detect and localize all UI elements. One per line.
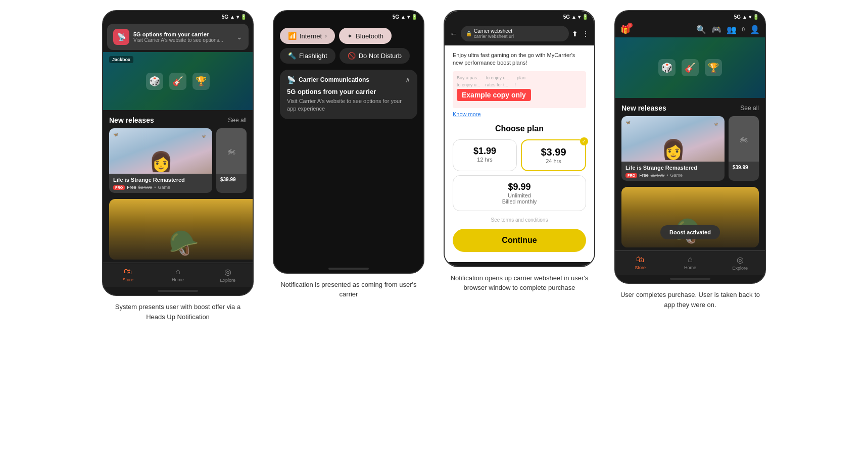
moto-price-1: $39.99: [220, 177, 243, 182]
explore-icon-1: ◎: [224, 267, 231, 277]
nav-store-4[interactable]: 🛍 Store: [615, 251, 665, 275]
top-bar-4: 🎁 ! 🔍 🎮 👥 0 👤: [615, 22, 765, 37]
hero-elements-1: 🎲 🎸 🏆: [103, 52, 253, 110]
people-icon-4[interactable]: 👥: [727, 25, 737, 34]
plan-card-399-3[interactable]: ✓ $3.99 24 hrs: [521, 139, 586, 171]
notif-expand-2[interactable]: ∧: [405, 76, 410, 84]
life-is-strange-card-1[interactable]: 🦋 🦋 👩 Life is Strange Remastered PRO Fre…: [109, 128, 212, 193]
unlimited-sublabel-3: Billed monthly: [457, 198, 582, 205]
checkmark-399-3: ✓: [580, 137, 588, 145]
status-bar-4: 5G ▲ ▾ 🔋: [615, 11, 765, 22]
life-is-strange-card-4[interactable]: 🦋 🦋 👩 Life is Strange Remastered PRO Fre…: [621, 116, 725, 181]
soldier-section-4: 🪖 Boost activated: [621, 187, 759, 247]
signal-text-1: 5G: [222, 14, 228, 20]
internet-arrow-2: ›: [325, 32, 327, 39]
notif-card-header-2: 📡 Carrier Communications ∧: [287, 76, 410, 84]
bottom-bar-3: [445, 262, 594, 266]
flashlight-toggle-2[interactable]: 🔦 Flashlight: [280, 48, 335, 64]
notif-left-1: 📡 5G options from your carrier Visit Car…: [113, 29, 223, 45]
store-icon-1: 🛍: [124, 267, 132, 276]
notif-category-2: Carrier Communications: [299, 76, 369, 83]
new-releases-title-1: New releases: [109, 116, 154, 124]
nav-store-1[interactable]: 🛍 Store: [103, 263, 153, 287]
see-all-4[interactable]: See all: [740, 105, 759, 112]
plan-dur-399-3: 24 hrs: [526, 158, 581, 164]
screen2-column: 5G ▲ ▾ 🔋 📶 Internet › ✦ Bluetooth 🔦 Fl: [268, 10, 429, 299]
nav-explore-1[interactable]: ◎ Explore: [203, 263, 253, 287]
lis-meta-4: PRO Free $24.99 • Game: [625, 173, 720, 178]
see-all-1[interactable]: See all: [228, 117, 247, 124]
avatar-icon-4[interactable]: 👤: [750, 25, 760, 34]
lis-old-price-1: $24.99: [138, 185, 153, 190]
screen1-column: 5G ▲ ▾ 🔋 📡 5G options from your carrier …: [97, 10, 259, 322]
plan-price-199-3: $1.99: [457, 146, 512, 157]
url-box-3[interactable]: 🔒 Carrier websheet carrier websheet url: [461, 26, 569, 41]
websheet-body-3: Enjoy ultra fast gaming on the go with M…: [445, 45, 594, 262]
blurred-text-3: Buy a pas... to enjoy u... plan to enjoy…: [457, 74, 582, 89]
share-icon-3[interactable]: ⬆: [572, 30, 578, 38]
notif-body-2: Visit Carrier A's website to see options…: [287, 97, 410, 113]
lis-type-1: Game: [158, 185, 170, 190]
lis-artwork-4: 🦋 🦋 👩: [621, 116, 725, 162]
dnd-toggle-2[interactable]: 🚫 Do Not Disturb: [340, 48, 410, 64]
gamepad-icon-4[interactable]: 🎮: [711, 25, 721, 34]
store-label-1: Store: [123, 277, 134, 282]
bluetooth-toggle-2[interactable]: ✦ Bluetooth: [339, 28, 392, 44]
home-indicator-4: [670, 278, 710, 280]
wifi-icon-1: ▾: [236, 14, 239, 20]
notif-card-2[interactable]: 📡 Carrier Communications ∧ 5G options fr…: [280, 70, 417, 119]
notification-banner-1[interactable]: 📡 5G options from your carrier Visit Car…: [107, 24, 249, 50]
carrier-symbol-2: 📡: [287, 76, 296, 84]
battery-3: 🔋: [582, 14, 588, 20]
bottom-nav-4: 🛍 Store ⌂ Home ◎ Explore: [615, 250, 765, 275]
boost-toast-4: Boost activated: [660, 225, 720, 239]
soldier-card-1[interactable]: 🪖: [109, 199, 254, 260]
plan-unlimited-3[interactable]: $9.99 Unlimited Billed monthly: [453, 175, 586, 211]
explore-label-1: Explore: [220, 278, 235, 283]
url-text-group-3: Carrier websheet carrier websheet url: [474, 28, 514, 39]
screen4-column: 5G ▲ ▾ 🔋 🎁 ! 🔍 🎮 👥 0 👤 🎲: [609, 10, 771, 310]
more-icon-3[interactable]: ⋮: [582, 30, 589, 38]
wifi-3: ▾: [578, 14, 581, 20]
hero-banner-4: 🎲 🎸 🏆: [615, 37, 765, 98]
nav-explore-4[interactable]: ◎ Explore: [715, 251, 765, 275]
status-bar-3: 5G ▲ ▾ 🔋: [445, 11, 594, 22]
plan-price-399-3: $3.99: [526, 146, 581, 158]
lis-info-1: Life is Strange Remastered PRO Free $24.…: [109, 174, 212, 193]
nav-home-4[interactable]: ⌂ Home: [665, 251, 715, 275]
pro-badge-1: PRO: [113, 185, 125, 190]
screen3-column: 5G ▲ ▾ 🔋 ← 🔒 Carrier websheet carrier we…: [439, 10, 600, 293]
search-icon-4[interactable]: 🔍: [696, 25, 706, 34]
moto-card-partial-1[interactable]: 🏍 $39.99: [216, 128, 247, 193]
status-icons-1: 5G ▲ ▾ 🔋: [222, 14, 247, 20]
signal-bars-3: ▲: [571, 14, 576, 20]
back-button-3[interactable]: ←: [450, 29, 458, 38]
gift-wrapper-4: 🎁 !: [620, 25, 631, 34]
bluetooth-icon-2: ✦: [347, 32, 353, 40]
store-label-4: Store: [635, 265, 646, 270]
lis-old-price-4: $24.99: [651, 173, 665, 178]
new-releases-header-1: New releases See all: [103, 110, 253, 128]
know-more-link-3[interactable]: Know more: [453, 111, 586, 117]
flashlight-label-2: Flashlight: [299, 52, 327, 60]
plan-card-199-3[interactable]: $1.99 12 hrs: [453, 139, 517, 171]
games-row-1: 🦋 🦋 👩 Life is Strange Remastered PRO Fre…: [103, 128, 253, 197]
butterfly-2: 🦋: [202, 134, 206, 138]
lis-price-1: Free: [127, 185, 136, 190]
hero-banner-1: Jackbox 🎲 🎸 🏆: [103, 52, 253, 110]
signal-text-4: 5G: [734, 14, 741, 20]
dark-space-2: [274, 123, 423, 265]
browser-title-3: Carrier websheet: [474, 28, 514, 34]
internet-toggle-2[interactable]: 📶 Internet ›: [280, 28, 335, 44]
unlimited-price-3: $9.99: [457, 182, 582, 192]
moto-card-partial-4[interactable]: 🏍 $39.99: [729, 116, 759, 181]
people-count-4: 0: [742, 27, 745, 32]
browser-action-icons-3: ⬆ ⋮: [572, 30, 589, 38]
nav-home-1[interactable]: ⌂ Home: [153, 263, 203, 287]
gift-badge-4: !: [628, 23, 633, 28]
continue-button-3[interactable]: Continue: [453, 229, 586, 252]
internet-label-2: Internet: [300, 32, 322, 40]
home-label-1: Home: [172, 277, 184, 282]
promo-text-3: Enjoy ultra fast gaming on the go with M…: [453, 52, 586, 67]
moto-info-1: $39.99: [216, 174, 247, 185]
